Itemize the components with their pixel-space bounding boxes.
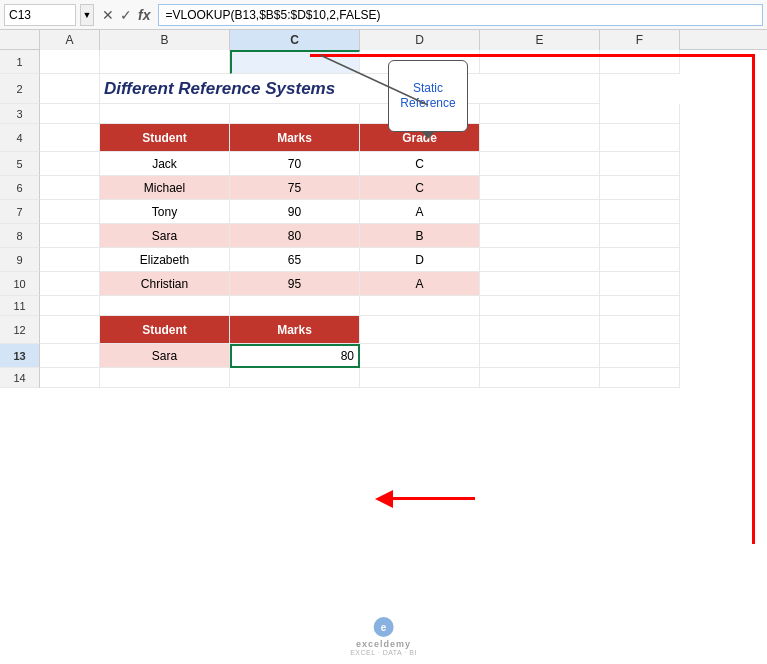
cell-d14[interactable] bbox=[360, 368, 480, 388]
cell-f4[interactable] bbox=[600, 124, 680, 152]
col-header-b[interactable]: B bbox=[100, 30, 230, 50]
cell-b11[interactable] bbox=[100, 296, 230, 316]
cell-e8[interactable] bbox=[480, 224, 600, 248]
row-header-13: 13 bbox=[0, 344, 40, 368]
cell-c6-marks[interactable]: 75 bbox=[230, 176, 360, 200]
col-header-f[interactable]: F bbox=[600, 30, 680, 50]
cell-e6[interactable] bbox=[480, 176, 600, 200]
row-7: 7 Tony 90 A bbox=[0, 200, 767, 224]
col-header-a[interactable]: A bbox=[40, 30, 100, 50]
watermark: e exceldemy EXCEL · DATA · BI bbox=[350, 617, 417, 656]
cell-f11[interactable] bbox=[600, 296, 680, 316]
cell-e10[interactable] bbox=[480, 272, 600, 296]
cell-f8[interactable] bbox=[600, 224, 680, 248]
cell-e5[interactable] bbox=[480, 152, 600, 176]
cell-a9[interactable] bbox=[40, 248, 100, 272]
cell-f5[interactable] bbox=[600, 152, 680, 176]
cell-f9[interactable] bbox=[600, 248, 680, 272]
cell-b13-student[interactable]: Sara bbox=[100, 344, 230, 368]
cell-b6-student[interactable]: Michael bbox=[100, 176, 230, 200]
cell-a13[interactable] bbox=[40, 344, 100, 368]
title-text: Different Reference Systems bbox=[104, 79, 335, 99]
cell-a7[interactable] bbox=[40, 200, 100, 224]
main-table-marks-header: Marks bbox=[230, 124, 360, 152]
cell-f10[interactable] bbox=[600, 272, 680, 296]
cell-f6[interactable] bbox=[600, 176, 680, 200]
cell-a6[interactable] bbox=[40, 176, 100, 200]
watermark-logo-icon: e bbox=[381, 622, 387, 633]
cell-d7-grade[interactable]: A bbox=[360, 200, 480, 224]
cell-e12[interactable] bbox=[480, 316, 600, 344]
cell-f12[interactable] bbox=[600, 316, 680, 344]
cell-e14[interactable] bbox=[480, 368, 600, 388]
cell-a14[interactable] bbox=[40, 368, 100, 388]
red-line-horizontal-top bbox=[310, 54, 755, 57]
cell-b7-student[interactable]: Tony bbox=[100, 200, 230, 224]
cell-f3[interactable] bbox=[600, 104, 680, 124]
cell-e4[interactable] bbox=[480, 124, 600, 152]
cell-c8-marks[interactable]: 80 bbox=[230, 224, 360, 248]
cell-b1[interactable] bbox=[100, 50, 230, 74]
watermark-brand: exceldemy bbox=[356, 639, 411, 649]
cell-a10[interactable] bbox=[40, 272, 100, 296]
cell-c5-marks[interactable]: 70 bbox=[230, 152, 360, 176]
cell-d5-grade[interactable]: C bbox=[360, 152, 480, 176]
cell-e3[interactable] bbox=[480, 104, 600, 124]
cell-d6-grade[interactable]: C bbox=[360, 176, 480, 200]
cell-d12[interactable] bbox=[360, 316, 480, 344]
cell-a8[interactable] bbox=[40, 224, 100, 248]
fx-label: fx bbox=[138, 7, 150, 23]
col-header-d[interactable]: D bbox=[360, 30, 480, 50]
row-header-3: 3 bbox=[0, 104, 40, 124]
cell-d9-grade[interactable]: D bbox=[360, 248, 480, 272]
cell-b9-student[interactable]: Elizabeth bbox=[100, 248, 230, 272]
cell-c11[interactable] bbox=[230, 296, 360, 316]
row-header-4: 4 bbox=[0, 124, 40, 152]
row-2: 2 Different Reference Systems bbox=[0, 74, 767, 104]
cell-a2[interactable] bbox=[40, 74, 100, 104]
col-header-e[interactable]: E bbox=[480, 30, 600, 50]
cell-d13[interactable] bbox=[360, 344, 480, 368]
cell-a4[interactable] bbox=[40, 124, 100, 152]
cell-a12[interactable] bbox=[40, 316, 100, 344]
cell-e7[interactable] bbox=[480, 200, 600, 224]
cell-b5-student[interactable]: Jack bbox=[100, 152, 230, 176]
row-3: 3 bbox=[0, 104, 767, 124]
row-6: 6 Michael 75 C bbox=[0, 176, 767, 200]
cell-e9[interactable] bbox=[480, 248, 600, 272]
cell-a1[interactable] bbox=[40, 50, 100, 74]
cell-c13-marks[interactable]: 80 bbox=[230, 344, 360, 368]
cell-f14[interactable] bbox=[600, 368, 680, 388]
cell-d8-grade[interactable]: B bbox=[360, 224, 480, 248]
watermark-logo: e bbox=[373, 617, 393, 637]
cell-reference-box[interactable]: C13 bbox=[4, 4, 76, 26]
col-header-c[interactable]: C bbox=[230, 30, 360, 50]
cell-c10-marks[interactable]: 95 bbox=[230, 272, 360, 296]
callout-text: Static Reference bbox=[400, 81, 455, 111]
cell-e13[interactable] bbox=[480, 344, 600, 368]
row-11: 11 bbox=[0, 296, 767, 316]
formula-input[interactable] bbox=[158, 4, 763, 26]
cell-d11[interactable] bbox=[360, 296, 480, 316]
confirm-icon[interactable]: ✓ bbox=[120, 7, 132, 23]
cancel-icon[interactable]: ✕ bbox=[102, 7, 114, 23]
cell-f13[interactable] bbox=[600, 344, 680, 368]
lookup-marks-header: Marks bbox=[230, 316, 360, 344]
cell-title[interactable]: Different Reference Systems bbox=[100, 74, 600, 104]
cell-ref-dropdown[interactable]: ▼ bbox=[80, 4, 94, 26]
cell-e11[interactable] bbox=[480, 296, 600, 316]
cell-b14[interactable] bbox=[100, 368, 230, 388]
cell-b8-student[interactable]: Sara bbox=[100, 224, 230, 248]
cell-c7-marks[interactable]: 90 bbox=[230, 200, 360, 224]
cell-d10-grade[interactable]: A bbox=[360, 272, 480, 296]
cell-c3[interactable] bbox=[230, 104, 360, 124]
lookup-student-header: Student bbox=[100, 316, 230, 344]
cell-c9-marks[interactable]: 65 bbox=[230, 248, 360, 272]
cell-b10-student[interactable]: Christian bbox=[100, 272, 230, 296]
cell-a11[interactable] bbox=[40, 296, 100, 316]
cell-a3[interactable] bbox=[40, 104, 100, 124]
cell-f7[interactable] bbox=[600, 200, 680, 224]
cell-b3[interactable] bbox=[100, 104, 230, 124]
cell-a5[interactable] bbox=[40, 152, 100, 176]
cell-c14[interactable] bbox=[230, 368, 360, 388]
